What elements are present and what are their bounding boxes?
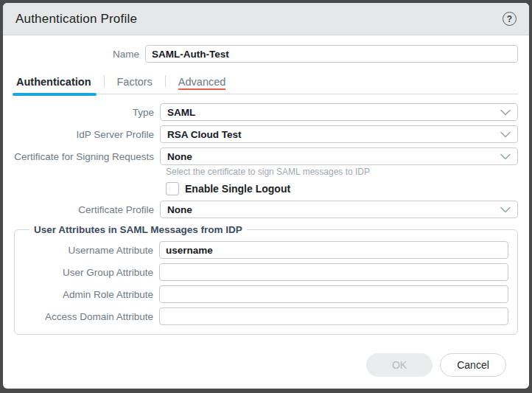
access-domain-attribute-input[interactable] [159, 307, 508, 325]
name-label: Name [14, 49, 145, 60]
certificate-signing-select[interactable]: None [160, 147, 518, 165]
name-input[interactable] [145, 45, 518, 63]
idp-server-profile-select[interactable]: RSA Cloud Test [160, 125, 518, 143]
dialog-header: Authentication Profile ? [3, 3, 529, 35]
tab-advanced[interactable]: Advanced [176, 76, 228, 94]
name-row: Name [14, 45, 518, 63]
enable-single-logout-checkbox[interactable] [166, 182, 179, 195]
help-icon[interactable]: ? [503, 12, 517, 26]
tab-separator [165, 75, 166, 87]
user-attributes-legend: User Attributes in SAML Messages from ID… [29, 224, 247, 235]
chevron-down-icon [500, 206, 511, 213]
admin-role-attribute-row: Admin Role Attribute [24, 285, 508, 303]
certificate-profile-row: Certificate Profile None [14, 201, 518, 218]
dialog-title: Authentication Profile [15, 12, 137, 27]
enable-single-logout-row: Enable Single Logout [166, 182, 518, 195]
tab-authentication[interactable]: Authentication [14, 76, 94, 94]
cancel-button[interactable]: Cancel [440, 353, 506, 377]
type-row: Type SAML [14, 103, 518, 121]
username-attribute-input[interactable] [159, 241, 508, 259]
authentication-profile-dialog: Authentication Profile ? Name Authentica… [3, 3, 529, 389]
admin-role-attribute-input[interactable] [159, 285, 508, 303]
authentication-tab-panel: Type SAML IdP Server Profile RSA Cloud T… [14, 103, 518, 335]
type-label: Type [14, 107, 160, 118]
tab-factors[interactable]: Factors [115, 76, 155, 94]
certificate-signing-row: Certificate for Signing Requests None [14, 147, 518, 165]
idp-server-profile-label: IdP Server Profile [14, 129, 160, 140]
certificate-signing-help-text: Select the certificate to sign SAML mess… [166, 167, 518, 177]
modal-frame: Authentication Profile ? Name Authentica… [0, 0, 532, 393]
ok-button[interactable]: OK [366, 353, 433, 377]
certificate-profile-label: Certificate Profile [14, 204, 160, 215]
chevron-down-icon [500, 109, 511, 116]
chevron-down-icon [500, 131, 511, 138]
access-domain-attribute-label: Access Domain Attribute [24, 311, 159, 322]
certificate-signing-label: Certificate for Signing Requests [14, 151, 160, 162]
user-attributes-fieldset: User Attributes in SAML Messages from ID… [14, 224, 518, 335]
tab-separator [104, 75, 105, 87]
type-select[interactable]: SAML [160, 103, 518, 121]
user-group-attribute-row: User Group Attribute [24, 263, 508, 281]
admin-role-attribute-label: Admin Role Attribute [24, 289, 159, 300]
dialog-body: Name Authentication Factors Advanced [3, 35, 529, 389]
chevron-down-icon [500, 153, 511, 160]
username-attribute-row: Username Attribute [24, 241, 508, 259]
certificate-profile-select[interactable]: None [160, 201, 518, 218]
enable-single-logout-label: Enable Single Logout [185, 183, 290, 195]
user-group-attribute-label: User Group Attribute [24, 267, 159, 278]
tab-bar: Authentication Factors Advanced [14, 74, 518, 94]
idp-server-profile-row: IdP Server Profile RSA Cloud Test [14, 125, 518, 143]
access-domain-attribute-row: Access Domain Attribute [24, 307, 508, 325]
user-group-attribute-input[interactable] [159, 263, 508, 281]
dialog-footer: OK Cancel [14, 353, 518, 389]
username-attribute-label: Username Attribute [24, 245, 159, 256]
